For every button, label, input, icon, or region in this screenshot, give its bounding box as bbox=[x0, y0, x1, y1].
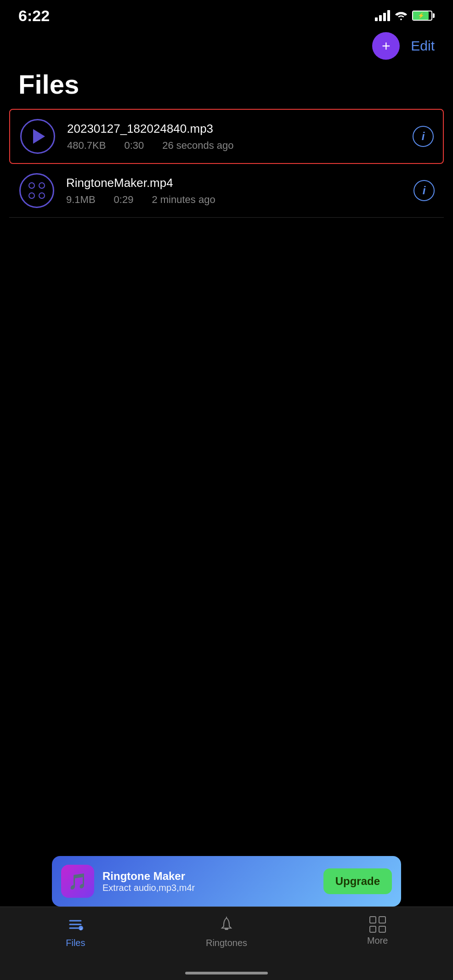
tab-more[interactable]: More bbox=[302, 916, 453, 946]
tab-more-label: More bbox=[367, 935, 388, 946]
ringtones-tab-icon bbox=[218, 916, 235, 935]
banner-icon: 🎵 bbox=[61, 865, 94, 898]
tab-ringtones-label: Ringtones bbox=[206, 938, 247, 948]
tab-files-label: Files bbox=[66, 938, 85, 948]
file-item-1[interactable]: 20230127_182024840.mp3 480.7KB 0:30 26 s… bbox=[9, 109, 444, 164]
svg-rect-5 bbox=[225, 928, 228, 930]
file-timestamp-2: 2 minutes ago bbox=[152, 194, 215, 206]
status-bar: 6:22 ⚡ bbox=[0, 0, 453, 28]
upgrade-button[interactable]: Upgrade bbox=[323, 868, 392, 894]
file-item-2[interactable]: RingtoneMaker.mp4 9.1MB 0:29 2 minutes a… bbox=[9, 164, 444, 218]
banner-subtitle: Extract audio,mp3,m4r bbox=[102, 883, 315, 893]
file-meta-1: 480.7KB 0:30 26 seconds ago bbox=[67, 140, 405, 152]
audio-play-icon bbox=[19, 118, 56, 155]
header-row: + Edit bbox=[0, 28, 453, 64]
info-button-2[interactable]: i bbox=[413, 180, 435, 201]
signal-icon bbox=[375, 10, 390, 21]
file-info-1: 20230127_182024840.mp3 480.7KB 0:30 26 s… bbox=[67, 122, 405, 152]
file-size-2: 9.1MB bbox=[66, 194, 96, 206]
battery-icon: ⚡ bbox=[412, 11, 435, 21]
wifi-icon bbox=[395, 11, 408, 20]
banner-text: Ringtone Maker Extract audio,mp3,m4r bbox=[102, 870, 315, 893]
file-timestamp-1: 26 seconds ago bbox=[162, 140, 233, 152]
banner-title: Ringtone Maker bbox=[102, 870, 315, 883]
file-size-1: 480.7KB bbox=[67, 140, 106, 152]
file-info-2: RingtoneMaker.mp4 9.1MB 0:29 2 minutes a… bbox=[66, 176, 406, 206]
file-duration-2: 0:29 bbox=[114, 194, 134, 206]
banner-ad[interactable]: 🎵 Ringtone Maker Extract audio,mp3,m4r U… bbox=[52, 856, 401, 907]
add-button[interactable]: + bbox=[372, 32, 400, 60]
status-time: 6:22 bbox=[18, 7, 50, 25]
file-list: 20230127_182024840.mp3 480.7KB 0:30 26 s… bbox=[0, 109, 453, 218]
svg-text:♪: ♪ bbox=[80, 927, 82, 931]
edit-button[interactable]: Edit bbox=[411, 38, 435, 54]
file-name-2: RingtoneMaker.mp4 bbox=[66, 176, 406, 190]
status-icons: ⚡ bbox=[375, 10, 435, 21]
files-tab-icon: ♪ bbox=[67, 916, 84, 935]
video-reel-icon bbox=[18, 172, 55, 209]
more-tab-icon bbox=[369, 916, 386, 933]
tab-bar: ♪ Files Ringtones More bbox=[0, 907, 453, 980]
plus-icon: + bbox=[382, 39, 391, 53]
file-duration-1: 0:30 bbox=[124, 140, 144, 152]
file-name-1: 20230127_182024840.mp3 bbox=[67, 122, 405, 136]
file-meta-2: 9.1MB 0:29 2 minutes ago bbox=[66, 194, 406, 206]
info-button-1[interactable]: i bbox=[413, 126, 434, 147]
tab-ringtones[interactable]: Ringtones bbox=[151, 916, 302, 948]
home-indicator bbox=[185, 972, 268, 974]
tab-files[interactable]: ♪ Files bbox=[0, 916, 151, 948]
page-title: Files bbox=[0, 64, 453, 109]
